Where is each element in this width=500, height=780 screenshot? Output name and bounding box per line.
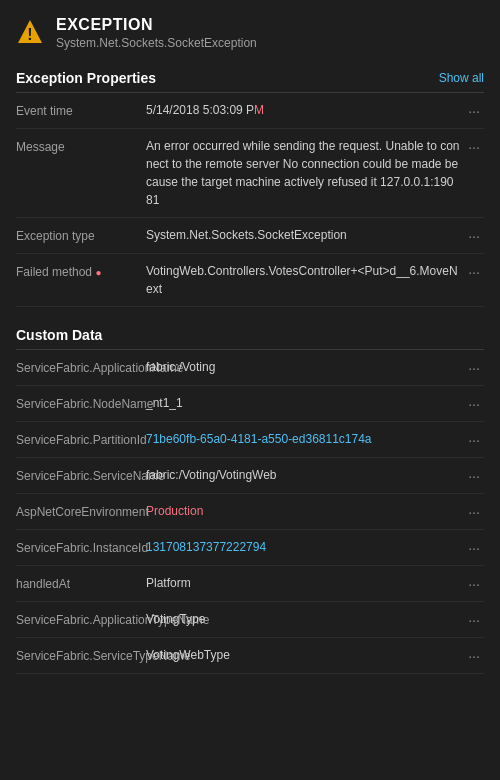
more-options-button[interactable]: ··· <box>460 430 484 448</box>
property-value-instanceid: 131708137377222794 <box>146 538 460 556</box>
more-options-button[interactable]: ··· <box>460 610 484 628</box>
exception-properties-title: Exception Properties <box>16 70 156 86</box>
more-options-button[interactable]: ··· <box>460 358 484 376</box>
exception-subtitle: System.Net.Sockets.SocketException <box>56 36 257 50</box>
table-row: Event time 5/14/2018 5:03:09 PM ··· <box>16 93 484 129</box>
svg-text:!: ! <box>27 26 32 43</box>
property-value-servicename: fabric:/Voting/VotingWeb <box>146 466 460 484</box>
property-key-partitionid: ServiceFabric.PartitionId <box>16 430 146 449</box>
property-value-nodename: _nt1_1 <box>146 394 460 412</box>
property-value-message: An error occurred while sending the requ… <box>146 137 460 209</box>
property-value-appname: fabric:/Voting <box>146 358 460 376</box>
property-value-apptypename: VotingType <box>146 610 460 628</box>
instance-id-link[interactable]: 131708137377222794 <box>146 540 266 554</box>
table-row: ServiceFabric.ApplicationName fabric:/Vo… <box>16 350 484 386</box>
property-value-failedmethod: VotingWeb.Controllers.VotesController+<P… <box>146 262 460 298</box>
property-value-servicetypename: VotingWebType <box>146 646 460 664</box>
custom-data-section: Custom Data ServiceFabric.ApplicationNam… <box>0 319 500 674</box>
property-key-nodename: ServiceFabric.NodeName <box>16 394 146 413</box>
warning-icon: ! <box>16 18 44 46</box>
more-options-button[interactable]: ··· <box>460 574 484 592</box>
property-key-instanceid: ServiceFabric.InstanceId <box>16 538 146 557</box>
property-value-handledat: Platform <box>146 574 460 592</box>
table-row: ServiceFabric.ApplicationTypeName Voting… <box>16 602 484 638</box>
show-all-link[interactable]: Show all <box>439 71 484 85</box>
property-value-eventtime: 5/14/2018 5:03:09 PM <box>146 101 460 119</box>
more-options-button[interactable]: ··· <box>460 466 484 484</box>
more-options-button[interactable]: ··· <box>460 226 484 244</box>
section-header-customdata: Custom Data <box>16 319 484 349</box>
table-row: ServiceFabric.NodeName _nt1_1 ··· <box>16 386 484 422</box>
more-options-button[interactable]: ··· <box>460 394 484 412</box>
table-row: ServiceFabric.ServiceName fabric:/Voting… <box>16 458 484 494</box>
custom-data-title: Custom Data <box>16 327 102 343</box>
table-row: Message An error occurred while sending … <box>16 129 484 218</box>
exception-title: EXCEPTION <box>56 16 257 34</box>
exception-header: ! EXCEPTION System.Net.Sockets.SocketExc… <box>0 0 500 62</box>
property-key-message: Message <box>16 137 146 156</box>
exception-properties-section: Exception Properties Show all Event time… <box>0 62 500 307</box>
property-value-exceptiontype: System.Net.Sockets.SocketException <box>146 226 460 244</box>
property-key-aspnetenv: AspNetCoreEnvironment <box>16 502 146 521</box>
table-row: handledAt Platform ··· <box>16 566 484 602</box>
property-key-appname: ServiceFabric.ApplicationName <box>16 358 146 377</box>
property-key-servicetypename: ServiceFabric.ServiceTypeName <box>16 646 146 665</box>
more-options-button[interactable]: ··· <box>460 262 484 280</box>
more-options-button[interactable]: ··· <box>460 101 484 119</box>
more-options-button[interactable]: ··· <box>460 137 484 155</box>
property-key-eventtime: Event time <box>16 101 146 120</box>
property-key-handledat: handledAt <box>16 574 146 593</box>
property-key-failedmethod: Failed method ● <box>16 262 146 281</box>
table-row: Failed method ● VotingWeb.Controllers.Vo… <box>16 254 484 307</box>
more-options-button[interactable]: ··· <box>460 646 484 664</box>
table-row: AspNetCoreEnvironment Production ··· <box>16 494 484 530</box>
table-row: Exception type System.Net.Sockets.Socket… <box>16 218 484 254</box>
table-row: ServiceFabric.InstanceId 131708137377222… <box>16 530 484 566</box>
more-options-button[interactable]: ··· <box>460 538 484 556</box>
partition-id-link[interactable]: 71be60fb-65a0-4181-a550-ed36811c174a <box>146 432 372 446</box>
property-value-partitionid: 71be60fb-65a0-4181-a550-ed36811c174a <box>146 430 460 448</box>
property-key-servicename: ServiceFabric.ServiceName <box>16 466 146 485</box>
property-key-exceptiontype: Exception type <box>16 226 146 245</box>
table-row: ServiceFabric.ServiceTypeName VotingWebT… <box>16 638 484 674</box>
table-row: ServiceFabric.PartitionId 71be60fb-65a0-… <box>16 422 484 458</box>
property-key-apptypename: ServiceFabric.ApplicationTypeName <box>16 610 146 629</box>
section-header-exception: Exception Properties Show all <box>16 62 484 92</box>
property-value-aspnetenv: Production <box>146 502 460 520</box>
header-text-block: EXCEPTION System.Net.Sockets.SocketExcep… <box>56 16 257 50</box>
more-options-button[interactable]: ··· <box>460 502 484 520</box>
